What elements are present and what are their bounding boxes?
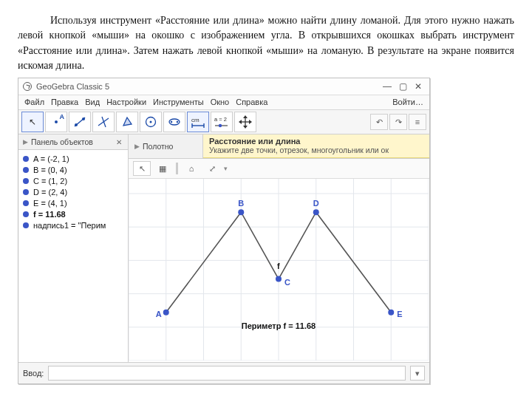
window-maximize-button[interactable]: ▢: [399, 81, 407, 92]
svg-marker-23: [249, 120, 252, 124]
point-label: A: [60, 113, 65, 120]
menu-settings[interactable]: Настройки: [106, 98, 146, 106]
toolbar: ↖ A cm: [18, 110, 429, 134]
window-title: GeoGebra Classic 5: [36, 82, 109, 91]
move-view-icon: [238, 115, 253, 129]
home-button[interactable]: ⌂: [183, 161, 200, 176]
menu-file[interactable]: Файл: [24, 98, 44, 106]
object-label: D = (2, 4): [33, 188, 67, 197]
move-tool[interactable]: ↖: [21, 112, 44, 132]
object-panel-close[interactable]: ✕: [115, 138, 123, 146]
object-list: A = (-2, 1) B = (0, 4) C = (1, 2) D = (2…: [18, 150, 128, 362]
object-item-selected[interactable]: f = 11.68: [21, 208, 125, 219]
input-field[interactable]: [48, 366, 406, 381]
signin-link[interactable]: Войти…: [392, 98, 423, 106]
object-item[interactable]: B = (0, 4): [21, 164, 125, 175]
object-bullet-icon: [23, 167, 29, 173]
geogebra-window: GeoGebra Classic 5 — ▢ ✕ Файл Правка Вид…: [18, 78, 430, 384]
input-dropdown[interactable]: ▾: [410, 366, 425, 381]
window-close-button[interactable]: ✕: [415, 81, 422, 92]
plot-area[interactable]: ABCDE f Периметр f = 11.68: [129, 179, 429, 362]
object-item[interactable]: C = (1, 2): [21, 175, 125, 186]
menu-help[interactable]: Справка: [236, 98, 267, 106]
perpendicular-tool[interactable]: [92, 112, 115, 132]
object-label: E = (4, 1): [33, 199, 67, 208]
svg-point-9: [171, 121, 173, 123]
object-item[interactable]: A = (-2, 1): [21, 153, 125, 164]
collapse-icon: ▶: [23, 138, 28, 146]
svg-text:A: A: [156, 310, 162, 318]
graphics-title: Полотно: [143, 142, 173, 151]
object-label: C = (1, 2): [33, 177, 67, 185]
slider-tool[interactable]: a = 2: [211, 112, 233, 132]
svg-point-10: [177, 121, 179, 123]
point-icon: [55, 120, 58, 123]
graphics-toolbar: ↖ ▦ ⌂ ⤢ ▾: [129, 159, 429, 179]
object-item[interactable]: надпись1 = "Перим: [21, 219, 125, 231]
polygon-tool[interactable]: [116, 112, 138, 132]
object-item[interactable]: D = (2, 4): [21, 186, 125, 197]
object-panel-title: Панель объектов: [31, 137, 93, 146]
svg-text:cm: cm: [191, 117, 200, 123]
svg-text:C: C: [284, 278, 290, 287]
svg-point-7: [150, 121, 152, 123]
svg-point-41: [238, 209, 244, 215]
grid-toggle-button[interactable]: ▦: [154, 161, 171, 176]
app-icon: [23, 82, 32, 91]
object-item[interactable]: E = (4, 1): [21, 197, 125, 208]
object-bullet-icon: [23, 178, 29, 184]
description-text: Используя инструмент «Расстояние или дли…: [18, 15, 514, 71]
conic-icon: [167, 115, 182, 129]
object-label: надпись1 = "Перим: [33, 221, 106, 230]
dropdown-icon: ▾: [224, 165, 228, 172]
menubar: Файл Правка Вид Настройки Инструменты Ок…: [18, 95, 429, 110]
slider-icon: a = 2: [213, 115, 231, 129]
svg-point-45: [313, 209, 319, 215]
titlebar: GeoGebra Classic 5 — ▢ ✕: [18, 78, 429, 95]
angle-tool[interactable]: cm: [187, 112, 209, 132]
circle-tool[interactable]: [140, 112, 162, 132]
svg-text:E: E: [397, 310, 402, 318]
svg-text:a = 2: a = 2: [214, 116, 227, 123]
object-bullet-icon: [23, 189, 29, 195]
menu-window[interactable]: Окно: [211, 98, 230, 106]
conic-tool[interactable]: [163, 112, 185, 132]
svg-point-1: [75, 123, 78, 126]
svg-marker-20: [243, 115, 248, 118]
svg-text:D: D: [313, 199, 319, 208]
svg-point-47: [388, 310, 394, 316]
object-panel-header[interactable]: ▶ Панель объектов ✕: [18, 134, 128, 150]
description-paragraph: Используя инструмент «Расстояние или дли…: [18, 13, 514, 73]
menu-tools[interactable]: Инструменты: [153, 98, 204, 106]
tooltip-desc: Укажите две точки, отрезок, многоугольни…: [209, 146, 423, 154]
line-icon: [72, 115, 87, 129]
object-bullet-icon: [23, 222, 29, 228]
svg-marker-5: [123, 117, 132, 126]
cursor-icon: ↖: [29, 117, 36, 127]
circle-icon: [143, 115, 158, 129]
input-bar: Ввод: ▾: [18, 362, 429, 383]
svg-marker-22: [239, 120, 242, 124]
graphics-view: ▶ Полотно Расстояние или длина Укажите д…: [129, 134, 429, 362]
menu-edit[interactable]: Правка: [51, 98, 78, 106]
redo-button[interactable]: ↷: [389, 114, 407, 130]
graphics-header[interactable]: ▶ Полотно: [129, 134, 203, 158]
perpendicular-icon: [96, 115, 111, 129]
svg-point-43: [276, 276, 282, 282]
svg-text:Периметр f = 11.68: Периметр f = 11.68: [242, 321, 316, 330]
undo-button[interactable]: ↶: [370, 114, 388, 130]
separator: [176, 163, 178, 174]
menu-view[interactable]: Вид: [85, 98, 100, 106]
pointer-mode-button[interactable]: ↖: [133, 161, 151, 176]
polygon-icon: [120, 115, 134, 129]
line-tool[interactable]: [69, 112, 91, 132]
object-label: A = (-2, 1): [33, 154, 69, 163]
object-bullet-icon: [23, 156, 29, 162]
point-tool[interactable]: A: [45, 112, 67, 132]
window-minimize-button[interactable]: —: [383, 81, 392, 92]
menu-button[interactable]: ≡: [409, 114, 426, 130]
input-label: Ввод:: [23, 369, 44, 378]
object-label: B = (0, 4): [33, 166, 67, 174]
zoom-button[interactable]: ⤢: [203, 161, 221, 176]
move-view-tool[interactable]: [234, 112, 256, 132]
